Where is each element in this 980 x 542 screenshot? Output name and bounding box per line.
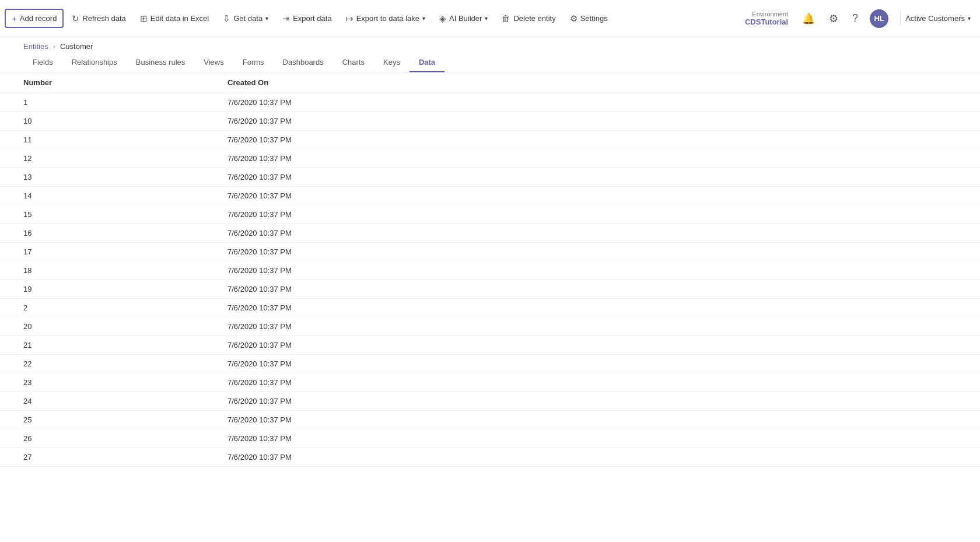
table-row[interactable]: 267/6/2020 10:37 PM <box>0 429 980 448</box>
cell-created-on: 7/6/2020 10:37 PM <box>204 131 980 149</box>
cell-created-on: 7/6/2020 10:37 PM <box>204 205 980 224</box>
cell-number: 24 <box>0 392 204 411</box>
table-row[interactable]: 237/6/2020 10:37 PM <box>0 373 980 392</box>
refresh-icon: ↻ <box>72 13 79 24</box>
table-row[interactable]: 207/6/2020 10:37 PM <box>0 317 980 336</box>
env-name: CDSTutorial <box>745 18 788 26</box>
table-row[interactable]: 127/6/2020 10:37 PM <box>0 149 980 168</box>
cell-created-on: 7/6/2020 10:37 PM <box>204 392 980 411</box>
cell-created-on: 7/6/2020 10:37 PM <box>204 261 980 280</box>
cell-number: 20 <box>0 317 204 336</box>
tab-views[interactable]: Views <box>194 53 233 72</box>
chevron-down-icon3: ▾ <box>485 15 488 22</box>
add-record-button[interactable]: + Add record <box>5 9 64 28</box>
cell-number: 27 <box>0 448 204 467</box>
table-body: 17/6/2020 10:37 PM107/6/2020 10:37 PM117… <box>0 93 980 467</box>
cell-created-on: 7/6/2020 10:37 PM <box>204 243 980 261</box>
edit-excel-button[interactable]: ⊞ Edit data in Excel <box>134 10 215 27</box>
table-row[interactable]: 167/6/2020 10:37 PM <box>0 224 980 243</box>
cell-number: 15 <box>0 205 204 224</box>
refresh-button[interactable]: ↻ Refresh data <box>66 10 131 27</box>
tab-forms[interactable]: Forms <box>233 53 274 72</box>
get-data-label: Get data <box>233 14 262 23</box>
table-row[interactable]: 187/6/2020 10:37 PM <box>0 261 980 280</box>
table-row[interactable]: 197/6/2020 10:37 PM <box>0 280 980 299</box>
table-row[interactable]: 177/6/2020 10:37 PM <box>0 243 980 261</box>
cell-number: 16 <box>0 224 204 243</box>
cell-number: 21 <box>0 336 204 355</box>
get-data-icon: ⇩ <box>223 13 230 24</box>
table-row[interactable]: 147/6/2020 10:37 PM <box>0 187 980 205</box>
cell-created-on: 7/6/2020 10:37 PM <box>204 299 980 317</box>
chevron-down-icon: ▾ <box>265 15 268 22</box>
table-container[interactable]: Number Created On 17/6/2020 10:37 PM107/… <box>0 72 980 532</box>
lake-icon: ↦ <box>346 13 354 24</box>
table-row[interactable]: 157/6/2020 10:37 PM <box>0 205 980 224</box>
tab-business-rules[interactable]: Business rules <box>127 53 195 72</box>
breadcrumb-separator: › <box>53 42 55 51</box>
export-data-button[interactable]: ⇥ Export data <box>276 10 338 27</box>
tab-data[interactable]: Data <box>410 53 444 72</box>
settings-icon: ⚙ <box>570 13 578 24</box>
column-created-on: Created On <box>204 72 980 93</box>
data-area: Number Created On 17/6/2020 10:37 PM107/… <box>0 72 980 532</box>
cell-number: 12 <box>0 149 204 168</box>
data-table: Number Created On 17/6/2020 10:37 PM107/… <box>0 72 980 467</box>
active-customers-label: Active Customers <box>905 14 965 23</box>
cell-created-on: 7/6/2020 10:37 PM <box>204 336 980 355</box>
cell-created-on: 7/6/2020 10:37 PM <box>204 187 980 205</box>
help-button[interactable]: ? <box>850 10 860 27</box>
table-row[interactable]: 17/6/2020 10:37 PM <box>0 93 980 112</box>
entities-link[interactable]: Entities <box>23 42 48 51</box>
ai-builder-label: AI Builder <box>449 14 482 23</box>
table-row[interactable]: 107/6/2020 10:37 PM <box>0 112 980 131</box>
edit-excel-label: Edit data in Excel <box>150 14 209 23</box>
table-row[interactable]: 277/6/2020 10:37 PM <box>0 448 980 467</box>
environment-info: Environment CDSTutorial <box>745 11 788 26</box>
env-label: Environment <box>745 11 788 18</box>
table-row[interactable]: 137/6/2020 10:37 PM <box>0 168 980 187</box>
refresh-label: Refresh data <box>82 14 125 23</box>
table-row[interactable]: 257/6/2020 10:37 PM <box>0 411 980 429</box>
plus-icon: + <box>12 13 17 23</box>
cell-number: 22 <box>0 355 204 373</box>
tab-fields[interactable]: Fields <box>23 53 62 72</box>
table-row[interactable]: 247/6/2020 10:37 PM <box>0 392 980 411</box>
cell-created-on: 7/6/2020 10:37 PM <box>204 373 980 392</box>
toolbar: + Add record ↻ Refresh data ⊞ Edit data … <box>0 0 980 37</box>
table-row[interactable]: 217/6/2020 10:37 PM <box>0 336 980 355</box>
toolbar-right: Environment CDSTutorial 🔔 ⚙ ? HL Active … <box>745 9 975 28</box>
cell-created-on: 7/6/2020 10:37 PM <box>204 355 980 373</box>
table-row[interactable]: 27/6/2020 10:37 PM <box>0 299 980 317</box>
export-data-label: Export data <box>293 14 332 23</box>
active-customers-button[interactable]: Active Customers ▾ <box>900 12 975 25</box>
avatar[interactable]: HL <box>870 9 888 28</box>
delete-entity-label: Delete entity <box>513 14 555 23</box>
cell-number: 19 <box>0 280 204 299</box>
cell-created-on: 7/6/2020 10:37 PM <box>204 429 980 448</box>
cell-number: 26 <box>0 429 204 448</box>
column-number: Number <box>0 72 204 93</box>
breadcrumb: Entities › Customer <box>0 37 980 53</box>
cell-created-on: 7/6/2020 10:37 PM <box>204 168 980 187</box>
tab-relationships[interactable]: Relationships <box>62 53 127 72</box>
table-row[interactable]: 117/6/2020 10:37 PM <box>0 131 980 149</box>
cell-created-on: 7/6/2020 10:37 PM <box>204 280 980 299</box>
cell-created-on: 7/6/2020 10:37 PM <box>204 317 980 336</box>
cell-number: 13 <box>0 168 204 187</box>
settings-button[interactable]: ⚙ Settings <box>564 10 614 27</box>
tab-charts[interactable]: Charts <box>333 53 374 72</box>
cell-number: 18 <box>0 261 204 280</box>
gear-button[interactable]: ⚙ <box>827 10 841 27</box>
export-lake-button[interactable]: ↦ Export to data lake ▾ <box>340 10 431 27</box>
toolbar-left: + Add record ↻ Refresh data ⊞ Edit data … <box>5 9 745 28</box>
delete-entity-button[interactable]: 🗑 Delete entity <box>496 10 561 27</box>
cell-number: 14 <box>0 187 204 205</box>
ai-builder-button[interactable]: ◈ AI Builder ▾ <box>433 10 494 27</box>
tab-dashboards[interactable]: Dashboards <box>274 53 333 72</box>
table-row[interactable]: 227/6/2020 10:37 PM <box>0 355 980 373</box>
bell-button[interactable]: 🔔 <box>800 10 817 27</box>
get-data-button[interactable]: ⇩ Get data ▾ <box>217 10 274 27</box>
cell-created-on: 7/6/2020 10:37 PM <box>204 411 980 429</box>
tab-keys[interactable]: Keys <box>374 53 410 72</box>
